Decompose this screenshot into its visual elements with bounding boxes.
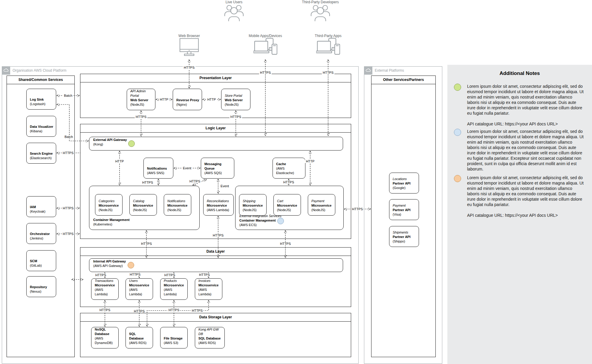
edge-label-https: HTTPS <box>168 308 180 312</box>
edge-label-https: HTTPS <box>212 234 224 237</box>
edge-label-https: HTTPS <box>351 207 364 211</box>
node-iam: IAM (Keycloak) <box>26 196 56 217</box>
presentation-layer-title: Presentation Layer <box>80 74 351 82</box>
node-search-engine: Search Engine (Elasticsearch) <box>26 143 56 164</box>
node-orchestrator: Orchestrator (Jenkins) <box>26 223 56 244</box>
third-party-developers-label: Third-Party Developers <box>296 0 344 4</box>
node-catalog-microservice: Catalog Microservice (NodeJS) <box>129 194 157 216</box>
node-payment-partner-api: Payment Partner API (Visa) <box>389 199 419 220</box>
edge-label-batch: Batch <box>64 135 74 139</box>
node-notifications-microservice: Notifications Microservice (NodeJS) <box>164 194 191 216</box>
shared-services-title: Shared/Common Services <box>7 76 74 84</box>
live-users-icon <box>224 4 244 23</box>
node-transactions-microservice: Transactions Microservice (AWS Lambda) <box>91 278 119 300</box>
live-users-label: Live Users <box>216 0 252 4</box>
node-scm: SCM (GitLab) <box>26 250 56 271</box>
note-orange-text: Lorem ipsum dolor sit amet, consectetur … <box>467 175 584 207</box>
node-products-microservice: Products Microservice (AWS Lambda) <box>160 278 188 300</box>
edge-label-https: HTTPS <box>322 71 334 74</box>
node-locations-partner-api: Locations Partner API (Google) <box>389 173 419 193</box>
node-sql-database: SQL Database (AWS RDS) <box>126 327 153 348</box>
edge-label-https: HTTPS <box>140 242 153 245</box>
data-storage-layer-title: Data Storage Layer <box>80 313 351 322</box>
edge-label-https: HTTPS <box>62 232 74 236</box>
web-browser-icon <box>179 38 199 58</box>
node-nosql-database: NoSQL Database (AWS DynamoDB) <box>91 327 119 348</box>
orange-note-dot <box>454 175 461 182</box>
green-note-marker <box>128 140 135 147</box>
edge-label-https: HTTPS <box>129 273 141 276</box>
node-notifications: Notifications (AWS SNS) <box>143 158 173 179</box>
edge-label-https: HTTPS <box>230 115 242 119</box>
node-repository: Repository (Nexus) <box>26 276 56 297</box>
logic-layer-title: Logic Layer <box>80 124 351 133</box>
node-cache: Cache (AWS Elasticache) <box>273 158 305 179</box>
node-log-sink: Log Sink (Logstash) <box>26 89 56 110</box>
diagram-canvas: Live Users Third-Party Developers Web Br… <box>0 0 592 364</box>
edge-label-https: HTTPS <box>133 309 146 313</box>
node-payment-microservice: Payment Microservice (NodeJS) <box>308 194 335 216</box>
edge-label-https: HTTPS <box>259 71 272 74</box>
node-kong-gw-database: Kong API GW DB SQL Database (AWS RDS) <box>195 327 225 348</box>
blue-note-dot <box>454 129 461 136</box>
note-blue-text: Lorem ipsum dolor sit amet, consectetur … <box>467 129 584 172</box>
edge-label-http: HTTP <box>305 159 316 163</box>
web-browser-label: Web Browser <box>171 34 207 38</box>
node-users-microservice: Users Microservice (AWS Lambda) <box>126 278 153 300</box>
data-layer-title: Data Layer <box>80 248 351 256</box>
edge-label-https: HTTPS <box>94 273 107 277</box>
mobile-apps-icon <box>253 38 277 60</box>
note-blue: Lorem ipsum dolor sit amet, consectetur … <box>454 129 584 172</box>
orange-note-marker <box>128 262 134 268</box>
external-platforms-cloud-icon <box>364 66 372 75</box>
presentation-layer-panel: Presentation Layer <box>80 74 351 118</box>
node-api-admin-portal: API Admin Portal Web Server (NodeJS) <box>127 89 155 110</box>
edge-label-https: HTTPS <box>62 151 74 155</box>
blue-note-marker <box>277 218 284 224</box>
edge-label-http: HTTP <box>114 159 125 163</box>
node-invoices-microservice: Invoices Microservice (AWS Lambda) <box>195 278 222 300</box>
node-data-visualizer: Data Visualizer (Kibana) <box>26 116 56 137</box>
edge-label-https: HTTPS <box>198 273 211 277</box>
external-platforms-title: External Platforms <box>375 68 404 73</box>
edge-label-batch: Batch <box>63 94 73 97</box>
third-party-developers-icon <box>310 4 330 23</box>
note-green: Lorem ipsum dolor sit amet, consectetur … <box>454 84 584 127</box>
edge-label-https: HTTPS <box>282 180 295 184</box>
edge-label-event: Event <box>220 184 230 188</box>
note-orange-url: API catalogue URL: https://<your API doc… <box>467 213 584 218</box>
node-external-api-gateway: External API Gateway (Kong) <box>89 137 343 150</box>
edge-label-https: HTTPS <box>183 66 195 69</box>
note-orange: Lorem ipsum dolor sit amet, consectetur … <box>454 175 584 218</box>
edge-label-https: HTTPS <box>141 181 154 184</box>
node-store-portal: Store Portal Web Server (NodeJS) <box>221 89 250 110</box>
edge-label-https: HTTPS <box>279 242 292 245</box>
edge-label-https: HTTPS <box>99 308 111 312</box>
green-note-dot <box>454 84 461 91</box>
edge-label-https: HTTPS <box>62 206 74 210</box>
other-services-title: Other Services/Partners <box>371 76 435 84</box>
additional-notes-title: Additional Notes <box>447 70 592 76</box>
mobile-apps-label: Mobile Apps/Devices <box>244 34 286 38</box>
org-cloud-icon <box>2 66 10 75</box>
node-categories-microservice: Categories Microservice (NodeJS) <box>95 194 123 216</box>
edge-label-https: HTTPS <box>191 309 204 312</box>
third-party-apps-label: Third-Party Apps <box>310 34 346 38</box>
edge-label-http: HTTP <box>206 98 217 101</box>
note-green-url: API catalogue URL: https://<your API doc… <box>467 121 584 127</box>
node-shipments-partner-api: Shipments Partner API (Shippo) <box>389 226 419 247</box>
node-file-storage: File Storage (AWS S3) <box>160 327 188 348</box>
node-cart-microservice: Cart Microservice (NodeJS) <box>273 194 301 216</box>
node-internal-api-gateway: Internal API Gateway (AWS API Gateway) <box>89 258 343 272</box>
org-cloud-title: Organisation AWS Cloud Platform <box>13 68 66 73</box>
third-party-apps-icon <box>316 38 340 60</box>
edge-label-http: HTTP <box>159 98 169 101</box>
note-green-text: Lorem ipsum dolor sit amet, consectetur … <box>467 84 584 116</box>
edge-label-https: HTTPS <box>189 179 201 183</box>
edge-label-https: HTTPS <box>135 115 147 119</box>
node-messaging-queue: Messaging Queue (AWS SQS) <box>201 158 234 179</box>
edge-label-https: HTTPS <box>163 273 176 277</box>
edge-label-event: Event <box>182 166 192 170</box>
node-reconciliations-microservice: Reconciliations Microservice (AWS Lambda… <box>203 194 234 216</box>
node-reverse-proxy: Reverse Proxy (Nginx) <box>173 89 202 110</box>
